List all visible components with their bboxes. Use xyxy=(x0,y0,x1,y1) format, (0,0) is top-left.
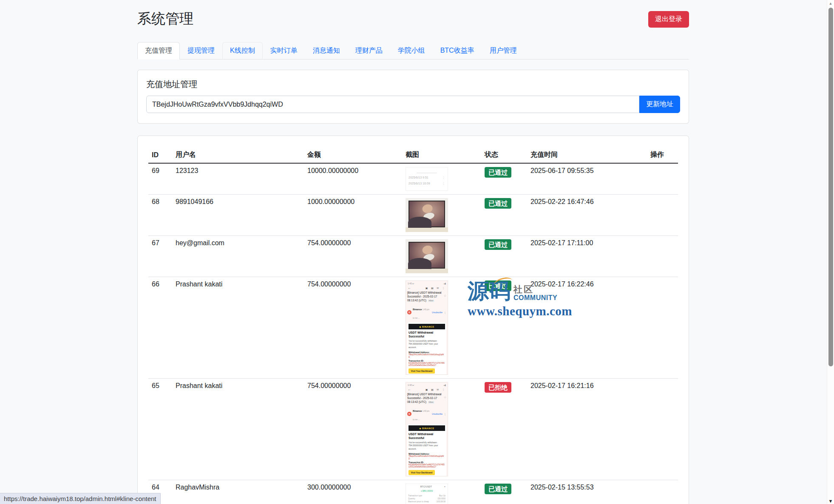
cell-actions xyxy=(647,195,678,236)
address-value: TBejdJHoUwRtGza9vfxVVbb9Jdhqq2qiWD xyxy=(408,455,445,460)
cell-status: 已通过 xyxy=(481,163,527,195)
tab-bar: 充值管理提现管理K线控制实时订单消息通知理财产品学院小组BTC收益率用户管理 xyxy=(137,42,689,59)
back-arrow-icon: ← xyxy=(408,388,411,391)
recharge-address-title: 充值地址管理 xyxy=(146,79,680,90)
page-header: 系统管理 退出登录 xyxy=(137,0,689,28)
cell-screenshot xyxy=(402,195,481,236)
painting-floor xyxy=(406,227,448,232)
screenshot-framed-painting-thumbnail[interactable] xyxy=(406,198,448,232)
cell-time: 2025-02-17 16:22:46 xyxy=(527,277,647,379)
trade-detail-row: Quantity150.0000 xyxy=(408,497,445,500)
column-header: 截图 xyxy=(402,147,481,163)
scrollbar-down-arrow-icon[interactable]: ▼ xyxy=(827,498,834,504)
cell-time: 2025-02-17 17:11:00 xyxy=(527,236,647,277)
unsubscribe-link: Unsubscribe xyxy=(432,413,443,415)
main-container: 系统管理 退出登录 充值管理提现管理K线控制实时订单消息通知理财产品学院小组BT… xyxy=(137,0,689,504)
cell-id: 67 xyxy=(148,236,172,277)
cell-time: 2025-06-17 09:55:35 xyxy=(527,163,647,195)
trade-detail-row: Transaction typeBuy Up xyxy=(408,494,445,497)
tab-user-management[interactable]: 用户管理 xyxy=(482,42,525,59)
email-body: You've successfully withdrawn 754.000000… xyxy=(408,441,445,450)
scrollbar-thumb[interactable] xyxy=(828,8,833,366)
cell-status: 已通过 xyxy=(481,480,527,504)
scrollbar-up-arrow-icon[interactable]: ▲ xyxy=(827,1,834,6)
cell-amount: 754.00000000 xyxy=(304,277,402,379)
to-me-label: to me ⌄ xyxy=(413,419,420,421)
screenshot-binance-email-thumbnail[interactable]: 1:43 ● ◦ ▴▮ ← ▣ ▤ ✉ ⋮ [Binance] USDT Wit… xyxy=(406,382,448,476)
tab-kline-control[interactable]: K线控制 xyxy=(222,42,263,59)
email-action-icons: ▣ ▤ ✉ ⋮ xyxy=(426,286,446,289)
column-header: 充值时间 xyxy=(527,147,647,163)
chat-menu-dots-icon: ⋮ xyxy=(442,182,445,185)
cell-actions xyxy=(647,277,678,379)
chat-date-text: 2025/6/13 16:09 xyxy=(408,182,430,185)
status-badge: 已通过 xyxy=(485,280,511,291)
phone-status-left: 1:43 ● ◦ xyxy=(408,282,415,285)
cell-status: 已通过 xyxy=(481,236,527,277)
painting-frame xyxy=(408,201,445,227)
recharge-table-card: ID用户名金额截图状态充值时间操作 6912312310000.00000000… xyxy=(137,136,689,504)
cell-id: 66 xyxy=(148,277,172,379)
column-header: 状态 xyxy=(481,147,527,163)
status-badge: 已通过 xyxy=(485,484,511,494)
painting-shoulder xyxy=(408,258,431,269)
screenshot-chat-dates-thumbnail[interactable]: 2025/6/13 9:51⋮ 2025/6/13 16:09⋮ xyxy=(406,167,448,191)
column-header: 操作 xyxy=(647,147,678,163)
chat-menu-dots-icon: ⋮ xyxy=(442,176,445,179)
logout-button[interactable]: 退出登录 xyxy=(648,11,689,28)
tab-finance-products[interactable]: 理财产品 xyxy=(348,42,390,59)
cell-screenshot: BTC/USDT × +380.0000 Transaction typeBuy… xyxy=(402,480,481,504)
txid-value: b4190b45e63f15d6b7e4867f717c37b7455c2531… xyxy=(408,362,445,367)
cell-screenshot: 1:43 ● ◦ ▴▮ ← ▣ ▤ ✉ ⋮ [Binance] USDT Wit… xyxy=(402,277,481,379)
tab-btc-yield[interactable]: BTC收益率 xyxy=(433,42,482,59)
email-body: You've successfully withdrawn 754.000000… xyxy=(408,340,445,349)
tab-message-notify[interactable]: 消息通知 xyxy=(305,42,348,59)
column-header: 用户名 xyxy=(172,147,304,163)
unsubscribe-link: Unsubscribe xyxy=(432,311,443,314)
cell-amount: 1000.00000000 xyxy=(304,195,402,236)
painting-shoulder xyxy=(408,217,431,228)
cell-id: 69 xyxy=(148,163,172,195)
page-title: 系统管理 xyxy=(137,9,193,28)
status-badge: 已通过 xyxy=(485,198,511,209)
tab-recharge-management[interactable]: 充值管理 xyxy=(137,42,180,59)
cell-actions xyxy=(647,236,678,277)
phone-status-right: ▴▮ xyxy=(444,384,446,386)
sender-name: Binance xyxy=(413,308,422,311)
sent-time: 1:43 pm xyxy=(423,309,429,311)
more-dots-icon: ⋮ xyxy=(444,413,446,416)
table-row: 67hey@gmail.com754.00000000 已通过2025-02-1… xyxy=(148,236,678,277)
recharge-address-input-group: 更新地址 xyxy=(146,96,680,113)
cell-username: Prashant kakati xyxy=(172,379,304,480)
screenshot-trade-detail-thumbnail[interactable]: BTC/USDT × +380.0000 Transaction typeBuy… xyxy=(406,484,448,504)
txid-value: b4190b45e63f15d6b7e4867f717c37b7455c2531… xyxy=(408,464,445,469)
column-header: ID xyxy=(148,147,172,163)
recharge-address-card: 充值地址管理 更新地址 xyxy=(137,70,689,124)
dashboard-button: Visit Your Dashboard xyxy=(408,368,435,374)
column-header: 金额 xyxy=(304,147,402,163)
tab-realtime-orders[interactable]: 实时订单 xyxy=(263,42,305,59)
dashboard-button: Visit Your Dashboard xyxy=(408,470,435,475)
screenshot-framed-painting-thumbnail[interactable] xyxy=(406,239,448,273)
painting-frame xyxy=(408,242,445,269)
tab-withdraw-management[interactable]: 提现管理 xyxy=(180,42,222,59)
table-row: 6912312310000.00000000 2025/6/13 9:51⋮ 2… xyxy=(148,163,678,195)
scrollbar[interactable]: ▲ ▼ xyxy=(827,0,834,504)
cell-screenshot xyxy=(402,236,481,277)
tab-academy-group[interactable]: 学院小组 xyxy=(390,42,433,59)
status-badge: 已拒绝 xyxy=(485,382,511,393)
cell-amount: 10000.00000000 xyxy=(304,163,402,195)
cell-time: 2025-02-15 13:55:53 xyxy=(527,480,647,504)
phone-status-left: 1:43 ● ◦ xyxy=(408,384,415,386)
recharge-address-input[interactable] xyxy=(146,96,639,113)
status-badge: 已通过 xyxy=(485,239,511,250)
screenshot-binance-email-thumbnail[interactable]: 1:43 ● ◦ ▴▮ ← ▣ ▤ ✉ ⋮ [Binance] USDT Wit… xyxy=(406,280,448,375)
update-address-button[interactable]: 更新地址 xyxy=(639,96,680,113)
to-me-label: to me ⌄ xyxy=(413,317,420,319)
star-icon: ☆ xyxy=(444,395,446,399)
sent-time: 1:43 pm xyxy=(423,410,429,412)
cell-actions xyxy=(647,163,678,195)
cell-status: 已通过 xyxy=(481,195,527,236)
star-icon: ☆ xyxy=(444,294,446,297)
email-subject: [Binance] USDT Withdrawal Successful - 2… xyxy=(407,291,441,302)
